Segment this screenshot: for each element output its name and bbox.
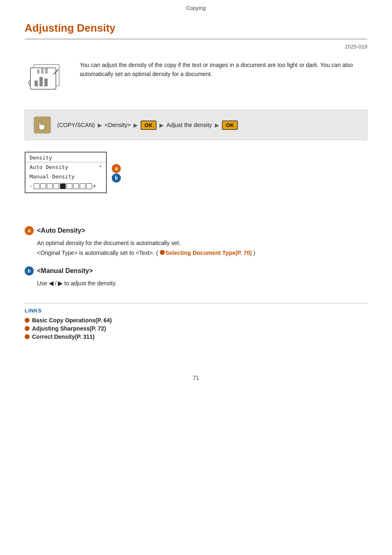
link-adjusting-sharpness[interactable]: Adjusting Sharpness(P. 72) <box>25 325 367 332</box>
nav-density: <Density> <box>105 122 131 128</box>
page-number: 71 <box>0 375 392 389</box>
svg-rect-7 <box>45 68 48 74</box>
section-auto-density: a <Auto Density> An optimal density for … <box>25 226 367 258</box>
density-menu-wrapper: Density Auto Density • a Manual Density … <box>25 152 107 206</box>
link-correct-density-text[interactable]: Correct Density(P. 311) <box>32 333 95 340</box>
doc-id: 1525-019 <box>25 44 367 50</box>
section-b-badge: b <box>25 266 34 275</box>
ok-button-1[interactable]: OK <box>141 120 157 130</box>
nav-bar: (COPY/SCAN) ▶ <Density> ▶ OK ▶ Adjust th… <box>25 110 367 140</box>
nav-copy-scan: (COPY/SCAN) <box>57 122 95 128</box>
document-icon <box>25 57 70 98</box>
bar-cell-4 <box>53 183 59 189</box>
svg-rect-6 <box>41 67 44 74</box>
density-menu: Density Auto Density • a Manual Density … <box>25 152 107 193</box>
bar-cell-5 <box>60 183 66 189</box>
auto-density-heading: a <Auto Density> <box>25 226 367 235</box>
breadcrumb: Copying <box>0 0 392 14</box>
density-menu-title: Density <box>25 153 106 162</box>
nav-arrow-1: ▶ <box>98 122 102 128</box>
section-manual-density: b <Manual Density> Use ◀ / ▶ to adjust t… <box>25 266 367 289</box>
intro-section: You can adjust the density of the copy i… <box>25 57 367 98</box>
arrow-left-icon: ◀ <box>49 280 53 287</box>
links-section: LINKS Basic Copy Operations(P. 64) Adjus… <box>25 303 367 340</box>
manual-density-heading: b <Manual Density> <box>25 266 367 275</box>
nav-arrow-2: ▶ <box>134 122 138 128</box>
bar-cell-7 <box>73 183 79 189</box>
auto-density-title: <Auto Density> <box>37 227 85 234</box>
svg-rect-4 <box>44 79 48 86</box>
link-correct-density[interactable]: Correct Density(P. 311) <box>25 333 367 340</box>
link-sharpness-text[interactable]: Adjusting Sharpness(P. 72) <box>32 325 106 332</box>
auto-density-note: <Original Type> is automatically set to … <box>37 248 367 258</box>
bar-cell-1 <box>34 183 39 189</box>
bar-cell-3 <box>47 183 53 189</box>
bar-cell-9 <box>86 183 92 189</box>
plus-label: + <box>93 183 96 189</box>
svg-rect-5 <box>37 69 39 74</box>
link-dot-3 <box>25 334 30 339</box>
bar-cell-8 <box>80 183 85 189</box>
manual-density-body: Use ◀ / ▶ to adjust the density. <box>37 279 367 289</box>
auto-density-body: An optimal density for the document is a… <box>37 238 367 258</box>
section-a-badge: a <box>25 226 34 235</box>
nav-arrow-3: ▶ <box>159 122 164 128</box>
link-dot-2 <box>25 326 30 331</box>
nav-content: (COPY/SCAN) ▶ <Density> ▶ OK ▶ Adjust th… <box>57 120 238 130</box>
link-basic-copy[interactable]: Basic Copy Operations(P. 64) <box>25 317 367 324</box>
bar-cell-2 <box>40 183 46 189</box>
minus-label: - <box>30 183 33 189</box>
hand-icon <box>33 116 51 134</box>
nav-adjust-density: Adjust the density <box>166 122 212 128</box>
link-dot-1 <box>25 318 30 323</box>
arrow-right-icon: ▶ <box>58 280 62 287</box>
links-title: LINKS <box>25 308 367 314</box>
manual-density-title: <Manual Density> <box>37 267 93 275</box>
page-title: Adjusting Density <box>25 22 367 39</box>
badge-b: b <box>112 173 121 183</box>
nav-arrow-4: ▶ <box>215 122 219 128</box>
badge-a: a <box>112 164 121 173</box>
density-bar-row: - + <box>25 181 106 192</box>
link-basic-copy-text[interactable]: Basic Copy Operations(P. 64) <box>32 317 112 324</box>
svg-rect-3 <box>39 77 43 86</box>
ok-button-2[interactable]: OK <box>222 120 238 130</box>
svg-rect-2 <box>35 81 38 86</box>
auto-density-text: An optimal density for the document is a… <box>37 238 367 248</box>
selecting-doc-type-link[interactable]: Selecting Document Type(P. 70) <box>160 250 252 256</box>
bar-cell-6 <box>67 183 72 189</box>
density-manual-item: Manual Density b <box>25 172 106 181</box>
intro-text: You can adjust the density of the copy i… <box>80 57 367 79</box>
density-auto-item: Auto Density • a <box>25 162 106 172</box>
